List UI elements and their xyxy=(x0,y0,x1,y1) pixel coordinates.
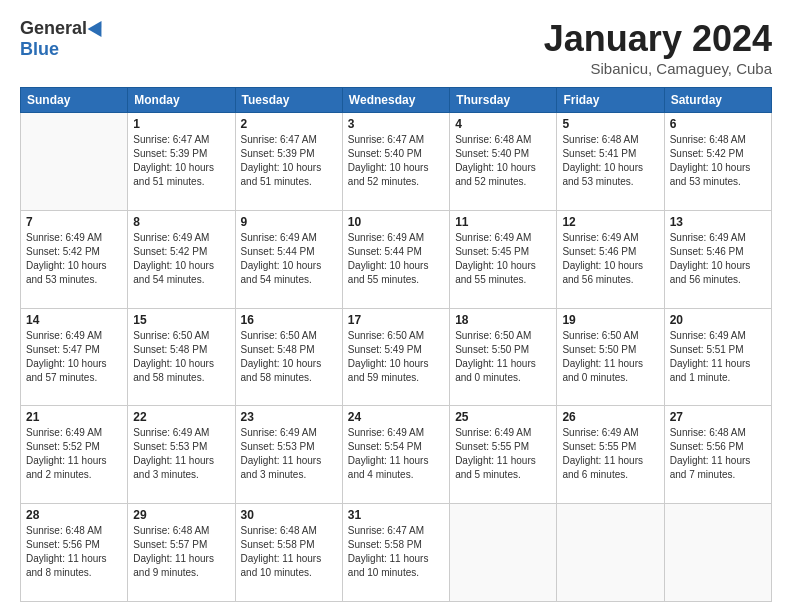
daylight-text: Daylight: 11 hours and 0 minutes. xyxy=(562,358,643,383)
sunset-text: Sunset: 5:53 PM xyxy=(241,441,315,452)
sunset-text: Sunset: 5:54 PM xyxy=(348,441,422,452)
daylight-text: Daylight: 10 hours and 54 minutes. xyxy=(241,260,322,285)
day-info: Sunrise: 6:49 AM Sunset: 5:55 PM Dayligh… xyxy=(455,426,551,482)
daylight-text: Daylight: 11 hours and 9 minutes. xyxy=(133,553,214,578)
day-info: Sunrise: 6:49 AM Sunset: 5:46 PM Dayligh… xyxy=(670,231,766,287)
day-number: 16 xyxy=(241,313,337,327)
table-row: 26 Sunrise: 6:49 AM Sunset: 5:55 PM Dayl… xyxy=(557,406,664,504)
day-number: 4 xyxy=(455,117,551,131)
sunrise-text: Sunrise: 6:49 AM xyxy=(133,427,209,438)
table-row: 8 Sunrise: 6:49 AM Sunset: 5:42 PM Dayli… xyxy=(128,210,235,308)
calendar-week-row: 28 Sunrise: 6:48 AM Sunset: 5:56 PM Dayl… xyxy=(21,504,772,602)
day-info: Sunrise: 6:50 AM Sunset: 5:50 PM Dayligh… xyxy=(562,329,658,385)
daylight-text: Daylight: 10 hours and 55 minutes. xyxy=(348,260,429,285)
day-info: Sunrise: 6:48 AM Sunset: 5:40 PM Dayligh… xyxy=(455,133,551,189)
daylight-text: Daylight: 10 hours and 52 minutes. xyxy=(455,162,536,187)
day-number: 8 xyxy=(133,215,229,229)
sunset-text: Sunset: 5:46 PM xyxy=(670,246,744,257)
day-info: Sunrise: 6:50 AM Sunset: 5:48 PM Dayligh… xyxy=(241,329,337,385)
sunset-text: Sunset: 5:56 PM xyxy=(26,539,100,550)
day-number: 28 xyxy=(26,508,122,522)
table-row xyxy=(450,504,557,602)
sunset-text: Sunset: 5:51 PM xyxy=(670,344,744,355)
daylight-text: Daylight: 10 hours and 53 minutes. xyxy=(26,260,107,285)
sunset-text: Sunset: 5:40 PM xyxy=(455,148,529,159)
calendar-location: Sibanicu, Camaguey, Cuba xyxy=(544,60,772,77)
daylight-text: Daylight: 11 hours and 3 minutes. xyxy=(133,455,214,480)
day-number: 23 xyxy=(241,410,337,424)
sunset-text: Sunset: 5:49 PM xyxy=(348,344,422,355)
daylight-text: Daylight: 11 hours and 2 minutes. xyxy=(26,455,107,480)
sunrise-text: Sunrise: 6:48 AM xyxy=(455,134,531,145)
day-info: Sunrise: 6:49 AM Sunset: 5:53 PM Dayligh… xyxy=(133,426,229,482)
day-number: 20 xyxy=(670,313,766,327)
table-row: 3 Sunrise: 6:47 AM Sunset: 5:40 PM Dayli… xyxy=(342,113,449,211)
sunrise-text: Sunrise: 6:48 AM xyxy=(241,525,317,536)
daylight-text: Daylight: 10 hours and 51 minutes. xyxy=(241,162,322,187)
day-number: 30 xyxy=(241,508,337,522)
day-number: 29 xyxy=(133,508,229,522)
day-info: Sunrise: 6:49 AM Sunset: 5:45 PM Dayligh… xyxy=(455,231,551,287)
sunset-text: Sunset: 5:42 PM xyxy=(26,246,100,257)
sunset-text: Sunset: 5:45 PM xyxy=(455,246,529,257)
table-row: 22 Sunrise: 6:49 AM Sunset: 5:53 PM Dayl… xyxy=(128,406,235,504)
table-row: 14 Sunrise: 6:49 AM Sunset: 5:47 PM Dayl… xyxy=(21,308,128,406)
day-number: 26 xyxy=(562,410,658,424)
sunset-text: Sunset: 5:47 PM xyxy=(26,344,100,355)
header-friday: Friday xyxy=(557,88,664,113)
daylight-text: Daylight: 11 hours and 7 minutes. xyxy=(670,455,751,480)
day-number: 25 xyxy=(455,410,551,424)
sunrise-text: Sunrise: 6:47 AM xyxy=(241,134,317,145)
table-row: 2 Sunrise: 6:47 AM Sunset: 5:39 PM Dayli… xyxy=(235,113,342,211)
weekday-header-row: Sunday Monday Tuesday Wednesday Thursday… xyxy=(21,88,772,113)
table-row: 11 Sunrise: 6:49 AM Sunset: 5:45 PM Dayl… xyxy=(450,210,557,308)
header-saturday: Saturday xyxy=(664,88,771,113)
table-row: 9 Sunrise: 6:49 AM Sunset: 5:44 PM Dayli… xyxy=(235,210,342,308)
table-row: 19 Sunrise: 6:50 AM Sunset: 5:50 PM Dayl… xyxy=(557,308,664,406)
day-number: 1 xyxy=(133,117,229,131)
table-row: 21 Sunrise: 6:49 AM Sunset: 5:52 PM Dayl… xyxy=(21,406,128,504)
table-row: 4 Sunrise: 6:48 AM Sunset: 5:40 PM Dayli… xyxy=(450,113,557,211)
sunset-text: Sunset: 5:57 PM xyxy=(133,539,207,550)
logo-general-text: General xyxy=(20,18,87,39)
logo: General Blue xyxy=(20,18,106,60)
sunrise-text: Sunrise: 6:49 AM xyxy=(562,427,638,438)
table-row: 23 Sunrise: 6:49 AM Sunset: 5:53 PM Dayl… xyxy=(235,406,342,504)
daylight-text: Daylight: 10 hours and 52 minutes. xyxy=(348,162,429,187)
header-wednesday: Wednesday xyxy=(342,88,449,113)
sunset-text: Sunset: 5:40 PM xyxy=(348,148,422,159)
calendar-week-row: 14 Sunrise: 6:49 AM Sunset: 5:47 PM Dayl… xyxy=(21,308,772,406)
sunrise-text: Sunrise: 6:49 AM xyxy=(348,427,424,438)
sunset-text: Sunset: 5:48 PM xyxy=(241,344,315,355)
day-info: Sunrise: 6:48 AM Sunset: 5:57 PM Dayligh… xyxy=(133,524,229,580)
day-number: 3 xyxy=(348,117,444,131)
header-tuesday: Tuesday xyxy=(235,88,342,113)
sunrise-text: Sunrise: 6:50 AM xyxy=(562,330,638,341)
daylight-text: Daylight: 11 hours and 1 minute. xyxy=(670,358,751,383)
sunset-text: Sunset: 5:46 PM xyxy=(562,246,636,257)
day-info: Sunrise: 6:48 AM Sunset: 5:58 PM Dayligh… xyxy=(241,524,337,580)
day-number: 14 xyxy=(26,313,122,327)
sunset-text: Sunset: 5:56 PM xyxy=(670,441,744,452)
sunrise-text: Sunrise: 6:49 AM xyxy=(562,232,638,243)
sunrise-text: Sunrise: 6:47 AM xyxy=(348,525,424,536)
sunset-text: Sunset: 5:53 PM xyxy=(133,441,207,452)
day-info: Sunrise: 6:48 AM Sunset: 5:42 PM Dayligh… xyxy=(670,133,766,189)
day-number: 5 xyxy=(562,117,658,131)
sunset-text: Sunset: 5:55 PM xyxy=(562,441,636,452)
day-number: 10 xyxy=(348,215,444,229)
day-info: Sunrise: 6:47 AM Sunset: 5:40 PM Dayligh… xyxy=(348,133,444,189)
daylight-text: Daylight: 10 hours and 51 minutes. xyxy=(133,162,214,187)
sunrise-text: Sunrise: 6:48 AM xyxy=(26,525,102,536)
sunrise-text: Sunrise: 6:49 AM xyxy=(455,232,531,243)
table-row: 24 Sunrise: 6:49 AM Sunset: 5:54 PM Dayl… xyxy=(342,406,449,504)
day-number: 19 xyxy=(562,313,658,327)
sunrise-text: Sunrise: 6:49 AM xyxy=(241,427,317,438)
sunrise-text: Sunrise: 6:49 AM xyxy=(670,232,746,243)
calendar-week-row: 21 Sunrise: 6:49 AM Sunset: 5:52 PM Dayl… xyxy=(21,406,772,504)
sunrise-text: Sunrise: 6:49 AM xyxy=(26,232,102,243)
day-info: Sunrise: 6:50 AM Sunset: 5:48 PM Dayligh… xyxy=(133,329,229,385)
sunrise-text: Sunrise: 6:48 AM xyxy=(562,134,638,145)
table-row: 30 Sunrise: 6:48 AM Sunset: 5:58 PM Dayl… xyxy=(235,504,342,602)
table-row: 16 Sunrise: 6:50 AM Sunset: 5:48 PM Dayl… xyxy=(235,308,342,406)
